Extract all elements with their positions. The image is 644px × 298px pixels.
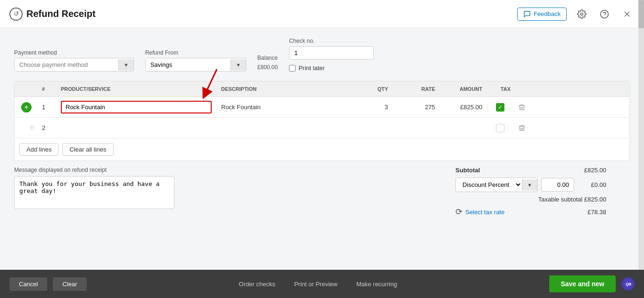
settings-button[interactable] (574, 7, 589, 22)
row1-product-cell (57, 98, 217, 116)
balance-value: £800.00 (257, 64, 278, 71)
payment-method-group: Payment method ▼ (14, 49, 134, 72)
tax-row: ⟳ Select tax rate £78.38 (455, 207, 606, 217)
print-later-checkbox[interactable] (289, 65, 296, 72)
save-and-new-button[interactable]: Save and new (549, 275, 616, 292)
col-header-add (15, 84, 38, 94)
close-icon (622, 9, 632, 19)
row1-qty: 3 (354, 101, 392, 113)
row2-delete-button[interactable] (518, 124, 526, 132)
print-later-label: Print later (298, 64, 325, 72)
row2-delete-cell (514, 121, 533, 135)
refund-from-select-wrapper[interactable]: ▼ (145, 58, 246, 72)
trash-icon (518, 104, 526, 111)
check-no-label: Check no. (289, 38, 374, 44)
help-button[interactable] (597, 7, 612, 22)
page-title: Refund Receipt (26, 8, 96, 19)
row1-num: 1 (38, 101, 57, 113)
row1-tax-cell[interactable]: ✓ (486, 100, 514, 114)
table-row: + 1 Rock Fountain 3 275 £825.00 ✓ (15, 97, 629, 118)
close-button[interactable] (619, 7, 635, 22)
row2-product-cell[interactable] (57, 125, 217, 131)
select-tax-link[interactable]: Select tax rate (465, 209, 504, 216)
taxable-subtotal-text: Taxable subtotal £825.00 (538, 196, 606, 203)
row1-rate: 275 (392, 101, 439, 113)
discount-value-input[interactable] (541, 178, 574, 192)
row2-rate[interactable] (392, 125, 439, 131)
totals-section: Subtotal £825.00 Discount Percent Discou… (455, 167, 630, 217)
line-items-table: # PRODUCT/SERVICE DESCRIPTION QTY RATE A… (14, 81, 630, 161)
discount-select-wrapper[interactable]: Discount Percent Discount Value ▼ (455, 177, 537, 192)
message-section: Message displayed on refund receipt Than… (14, 167, 193, 210)
subtotal-value: £825.00 (584, 167, 606, 174)
row2-description[interactable] (217, 125, 354, 131)
row1-amount: £825.00 (439, 101, 486, 113)
modal-header: ↺ Refund Receipt Feedback (0, 0, 644, 28)
row2-tax-checkbox[interactable] (496, 124, 504, 132)
message-label: Message displayed on refund receipt (14, 167, 193, 173)
balance-group: Balance £800.00 (257, 55, 278, 72)
row2-tax-cell[interactable] (486, 121, 514, 135)
row2-qty[interactable] (354, 125, 392, 131)
feedback-button[interactable]: Feedback (517, 8, 567, 21)
payment-method-label: Payment method (14, 49, 134, 56)
add-row-button[interactable]: + (21, 102, 32, 113)
drag-handle[interactable]: ⠿ (30, 124, 34, 132)
add-lines-button[interactable]: Add lines (19, 143, 58, 156)
refund-from-dropdown-arrow[interactable]: ▼ (231, 59, 246, 71)
discount-type-select[interactable]: Discount Percent Discount Value (456, 178, 522, 192)
trash-icon (518, 124, 526, 132)
table-row: ⠿ 2 (15, 118, 629, 138)
undo-icon: ↺ (9, 8, 23, 21)
scrollbar-thumb[interactable] (638, 0, 644, 28)
print-later-row: Print later (289, 64, 374, 72)
make-recurring-button[interactable]: Make recurring (356, 281, 397, 288)
svg-point-0 (581, 13, 583, 15)
toolbar-center-actions: Order checks Print or Preview Make recur… (92, 281, 544, 288)
col-header-tax: TAX (486, 84, 514, 94)
payment-method-select-wrapper[interactable]: ▼ (14, 58, 134, 72)
refund-receipt-modal: ↺ Refund Receipt Feedback Pa (0, 0, 644, 298)
clear-all-lines-button[interactable]: Clear all lines (62, 143, 113, 156)
row1-delete-button[interactable] (518, 104, 526, 111)
payment-method-input[interactable] (15, 58, 118, 71)
discount-dropdown-arrow[interactable]: ▼ (522, 179, 537, 191)
scrollbar-track[interactable] (638, 0, 644, 270)
form-fields-row: Payment method ▼ Refund From ▼ Balance £… (14, 38, 630, 72)
check-no-group: Check no. Print later (289, 38, 374, 72)
col-header-qty: QTY (354, 84, 392, 94)
qb-logo-icon: QB (624, 280, 632, 288)
bottom-toolbar: Cancel Clear Order checks Print or Previ… (0, 270, 644, 298)
row1-product-input[interactable] (61, 101, 212, 113)
check-no-input[interactable] (289, 46, 374, 60)
payment-method-dropdown-arrow[interactable]: ▼ (118, 59, 133, 71)
help-icon (600, 9, 609, 19)
message-textarea[interactable]: Thank you for your business and have a g… (14, 176, 174, 209)
row1-tax-checkbox-checked[interactable]: ✓ (496, 103, 504, 112)
col-header-desc: DESCRIPTION (217, 84, 354, 94)
row1-description: Rock Fountain (217, 101, 354, 113)
row1-add-cell: + (15, 99, 38, 115)
taxable-subtotal-row: Taxable subtotal £825.00 (455, 196, 606, 203)
discount-amount: £0.00 (578, 181, 606, 188)
clear-button[interactable]: Clear (53, 277, 86, 291)
col-header-delete (514, 84, 533, 94)
print-preview-button[interactable]: Print or Preview (294, 281, 338, 288)
order-checks-button[interactable]: Order checks (239, 281, 275, 288)
row1-delete-cell (514, 101, 533, 114)
modal-body: Payment method ▼ Refund From ▼ Balance £… (0, 28, 644, 298)
refresh-icon[interactable]: ⟳ (455, 207, 462, 217)
cancel-button[interactable]: Cancel (9, 277, 47, 291)
row2-drag-cell: ⠿ (15, 121, 38, 135)
refund-from-label: Refund From (145, 49, 246, 56)
col-header-rate: RATE (392, 84, 439, 94)
subtotal-row: Subtotal £825.00 (455, 167, 606, 174)
qb-logo: QB (621, 277, 635, 290)
balance-label: Balance (257, 55, 278, 61)
refund-from-input[interactable] (146, 58, 231, 71)
tax-value: £78.38 (587, 209, 606, 216)
col-header-amount: AMOUNT (439, 84, 486, 94)
col-header-product: PRODUCT/SERVICE (57, 84, 217, 94)
discount-row: Discount Percent Discount Value ▼ £0.00 (455, 177, 606, 192)
gear-icon (577, 9, 586, 19)
